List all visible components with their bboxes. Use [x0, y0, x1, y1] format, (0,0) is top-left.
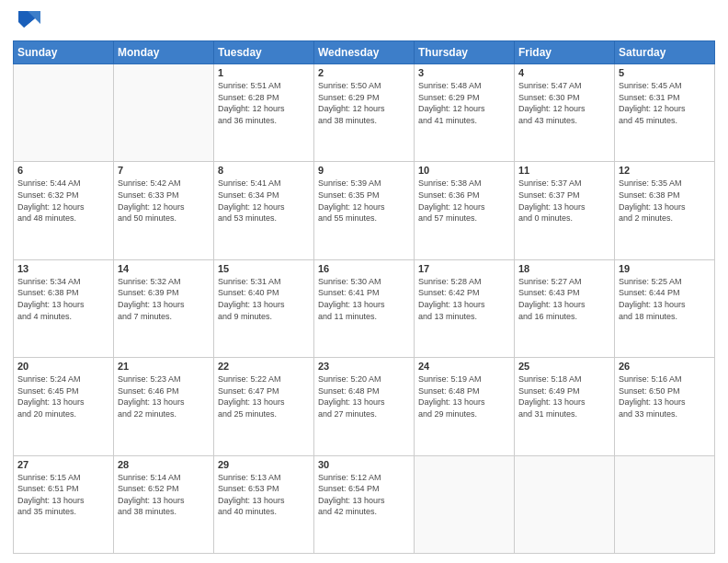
- day-info: Sunrise: 5:28 AMSunset: 6:42 PMDaylight:…: [418, 276, 510, 322]
- calendar-cell: 20Sunrise: 5:24 AMSunset: 6:45 PMDayligh…: [14, 358, 114, 455]
- calendar-cell: 8Sunrise: 5:41 AMSunset: 6:34 PMDaylight…: [214, 162, 314, 259]
- day-info: Sunrise: 5:20 AMSunset: 6:48 PMDaylight:…: [318, 373, 410, 419]
- calendar-cell: 14Sunrise: 5:32 AMSunset: 6:39 PMDayligh…: [114, 259, 214, 357]
- day-info: Sunrise: 5:24 AMSunset: 6:45 PMDaylight:…: [17, 373, 109, 419]
- calendar-cell: 23Sunrise: 5:20 AMSunset: 6:48 PMDayligh…: [314, 358, 415, 455]
- day-info: Sunrise: 5:16 AMSunset: 6:50 PMDaylight:…: [619, 373, 711, 419]
- day-info: Sunrise: 5:47 AMSunset: 6:30 PMDaylight:…: [518, 80, 610, 126]
- day-number: 26: [619, 361, 711, 372]
- calendar-cell: 30Sunrise: 5:12 AMSunset: 6:54 PMDayligh…: [314, 455, 415, 553]
- day-info: Sunrise: 5:41 AMSunset: 6:34 PMDaylight:…: [218, 178, 310, 224]
- day-number: 22: [218, 361, 310, 372]
- calendar-cell: [415, 455, 515, 553]
- day-number: 23: [318, 361, 410, 372]
- calendar-cell: 29Sunrise: 5:13 AMSunset: 6:53 PMDayligh…: [214, 455, 314, 553]
- calendar-cell: [14, 64, 114, 162]
- weekday-header-monday: Monday: [114, 41, 214, 64]
- day-info: Sunrise: 5:27 AMSunset: 6:43 PMDaylight:…: [518, 276, 610, 322]
- day-info: Sunrise: 5:23 AMSunset: 6:46 PMDaylight:…: [118, 373, 210, 419]
- day-number: 6: [17, 165, 109, 176]
- day-info: Sunrise: 5:12 AMSunset: 6:54 PMDaylight:…: [318, 472, 410, 518]
- day-info: Sunrise: 5:18 AMSunset: 6:49 PMDaylight:…: [518, 373, 610, 419]
- day-number: 25: [518, 361, 610, 372]
- week-row-4: 20Sunrise: 5:24 AMSunset: 6:45 PMDayligh…: [14, 358, 715, 455]
- week-row-1: 1Sunrise: 5:51 AMSunset: 6:28 PMDaylight…: [14, 64, 715, 162]
- weekday-header-wednesday: Wednesday: [314, 41, 415, 64]
- day-number: 18: [518, 263, 610, 274]
- day-number: 9: [318, 165, 410, 176]
- calendar-cell: 19Sunrise: 5:25 AMSunset: 6:44 PMDayligh…: [615, 259, 715, 357]
- calendar-cell: 13Sunrise: 5:34 AMSunset: 6:38 PMDayligh…: [14, 259, 114, 357]
- calendar-cell: 24Sunrise: 5:19 AMSunset: 6:48 PMDayligh…: [415, 358, 515, 455]
- day-info: Sunrise: 5:13 AMSunset: 6:53 PMDaylight:…: [218, 472, 310, 518]
- calendar-cell: 12Sunrise: 5:35 AMSunset: 6:38 PMDayligh…: [615, 162, 715, 259]
- day-number: 4: [518, 67, 610, 78]
- calendar-cell: 16Sunrise: 5:30 AMSunset: 6:41 PMDayligh…: [314, 259, 415, 357]
- day-number: 20: [17, 361, 109, 372]
- calendar-cell: [515, 455, 615, 553]
- day-info: Sunrise: 5:31 AMSunset: 6:40 PMDaylight:…: [218, 276, 310, 322]
- calendar-cell: 27Sunrise: 5:15 AMSunset: 6:51 PMDayligh…: [14, 455, 114, 553]
- day-number: 29: [218, 459, 310, 470]
- day-info: Sunrise: 5:35 AMSunset: 6:38 PMDaylight:…: [619, 178, 711, 224]
- day-info: Sunrise: 5:15 AMSunset: 6:51 PMDaylight:…: [17, 472, 109, 518]
- day-info: Sunrise: 5:19 AMSunset: 6:48 PMDaylight:…: [418, 373, 510, 419]
- day-number: 15: [218, 263, 310, 274]
- day-number: 13: [17, 263, 109, 274]
- day-info: Sunrise: 5:51 AMSunset: 6:28 PMDaylight:…: [218, 80, 310, 126]
- weekday-header-tuesday: Tuesday: [214, 41, 314, 64]
- weekday-header-thursday: Thursday: [415, 41, 515, 64]
- day-number: 5: [619, 67, 711, 78]
- day-info: Sunrise: 5:45 AMSunset: 6:31 PMDaylight:…: [619, 80, 711, 126]
- calendar-cell: 4Sunrise: 5:47 AMSunset: 6:30 PMDaylight…: [515, 64, 615, 162]
- calendar-cell: 26Sunrise: 5:16 AMSunset: 6:50 PMDayligh…: [615, 358, 715, 455]
- day-info: Sunrise: 5:30 AMSunset: 6:41 PMDaylight:…: [318, 276, 410, 322]
- week-row-5: 27Sunrise: 5:15 AMSunset: 6:51 PMDayligh…: [14, 455, 715, 553]
- day-number: 14: [118, 263, 210, 274]
- day-info: Sunrise: 5:39 AMSunset: 6:35 PMDaylight:…: [318, 178, 410, 224]
- day-number: 19: [619, 263, 711, 274]
- day-number: 27: [17, 459, 109, 470]
- calendar-cell: 22Sunrise: 5:22 AMSunset: 6:47 PMDayligh…: [214, 358, 314, 455]
- calendar-cell: 21Sunrise: 5:23 AMSunset: 6:46 PMDayligh…: [114, 358, 214, 455]
- calendar-cell: 17Sunrise: 5:28 AMSunset: 6:42 PMDayligh…: [415, 259, 515, 357]
- calendar-cell: 7Sunrise: 5:42 AMSunset: 6:33 PMDaylight…: [114, 162, 214, 259]
- day-info: Sunrise: 5:42 AMSunset: 6:33 PMDaylight:…: [118, 178, 210, 224]
- day-number: 1: [218, 67, 310, 78]
- day-info: Sunrise: 5:34 AMSunset: 6:38 PMDaylight:…: [17, 276, 109, 322]
- calendar-cell: 9Sunrise: 5:39 AMSunset: 6:35 PMDaylight…: [314, 162, 415, 259]
- weekday-header-friday: Friday: [515, 41, 615, 64]
- calendar-cell: 11Sunrise: 5:37 AMSunset: 6:37 PMDayligh…: [515, 162, 615, 259]
- page: SundayMondayTuesdayWednesdayThursdayFrid…: [0, 0, 728, 563]
- day-info: Sunrise: 5:44 AMSunset: 6:32 PMDaylight:…: [17, 178, 109, 224]
- day-info: Sunrise: 5:38 AMSunset: 6:36 PMDaylight:…: [418, 178, 510, 224]
- calendar-cell: [615, 455, 715, 553]
- calendar-cell: 6Sunrise: 5:44 AMSunset: 6:32 PMDaylight…: [14, 162, 114, 259]
- calendar-cell: 3Sunrise: 5:48 AMSunset: 6:29 PMDaylight…: [415, 64, 515, 162]
- day-number: 21: [118, 361, 210, 372]
- weekday-header-row: SundayMondayTuesdayWednesdayThursdayFrid…: [14, 41, 715, 64]
- weekday-header-sunday: Sunday: [14, 41, 114, 64]
- calendar-cell: 15Sunrise: 5:31 AMSunset: 6:40 PMDayligh…: [214, 259, 314, 357]
- day-info: Sunrise: 5:48 AMSunset: 6:29 PMDaylight:…: [418, 80, 510, 126]
- day-info: Sunrise: 5:25 AMSunset: 6:44 PMDaylight:…: [619, 276, 711, 322]
- day-number: 10: [418, 165, 510, 176]
- calendar-cell: 28Sunrise: 5:14 AMSunset: 6:52 PMDayligh…: [114, 455, 214, 553]
- day-number: 11: [518, 165, 610, 176]
- day-number: 17: [418, 263, 510, 274]
- calendar-cell: 5Sunrise: 5:45 AMSunset: 6:31 PMDaylight…: [615, 64, 715, 162]
- week-row-2: 6Sunrise: 5:44 AMSunset: 6:32 PMDaylight…: [14, 162, 715, 259]
- day-number: 3: [418, 67, 510, 78]
- week-row-3: 13Sunrise: 5:34 AMSunset: 6:38 PMDayligh…: [14, 259, 715, 357]
- calendar-cell: [114, 64, 214, 162]
- calendar-cell: 1Sunrise: 5:51 AMSunset: 6:28 PMDaylight…: [214, 64, 314, 162]
- logo-icon: [15, 6, 42, 33]
- day-number: 30: [318, 459, 410, 470]
- day-info: Sunrise: 5:22 AMSunset: 6:47 PMDaylight:…: [218, 373, 310, 419]
- logo-area: [13, 9, 42, 33]
- calendar-cell: 25Sunrise: 5:18 AMSunset: 6:49 PMDayligh…: [515, 358, 615, 455]
- day-number: 24: [418, 361, 510, 372]
- calendar-cell: 2Sunrise: 5:50 AMSunset: 6:29 PMDaylight…: [314, 64, 415, 162]
- weekday-header-saturday: Saturday: [615, 41, 715, 64]
- calendar-cell: 10Sunrise: 5:38 AMSunset: 6:36 PMDayligh…: [415, 162, 515, 259]
